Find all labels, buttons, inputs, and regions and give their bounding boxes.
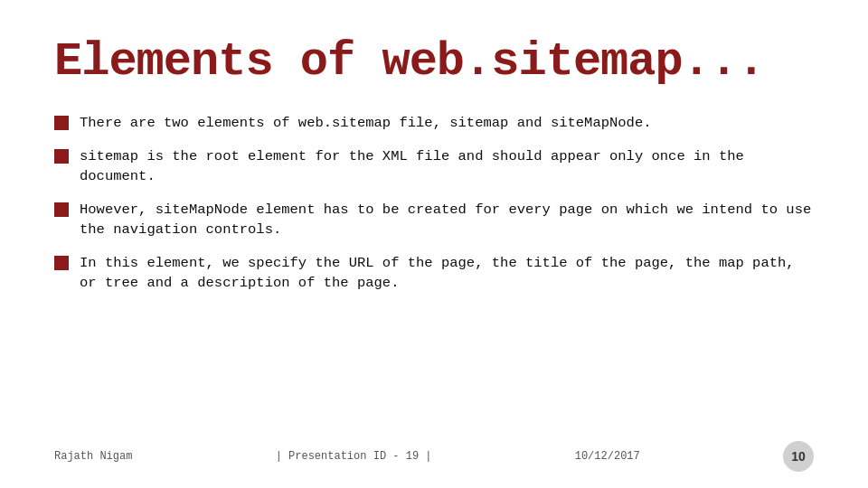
- bullet-item-4: In this element, we specify the URL of t…: [54, 253, 814, 294]
- bullet-text-1: There are two elements of web.sitemap fi…: [80, 113, 814, 133]
- bullet-item-1: There are two elements of web.sitemap fi…: [54, 113, 814, 133]
- bullet-text-4: In this element, we specify the URL of t…: [80, 253, 814, 294]
- bullet-list: There are two elements of web.sitemap fi…: [54, 113, 814, 293]
- bullet-marker-3: [54, 202, 69, 217]
- bullet-text-2: sitemap is the root element for the XML …: [80, 146, 814, 187]
- bullet-marker-1: [54, 116, 69, 130]
- bullet-item-3: However, siteMapNode element has to be c…: [54, 200, 814, 240]
- footer: Rajath Nigam | Presentation ID - 19 | 10…: [0, 441, 868, 472]
- slide: Elements of web.sitemap... There are two…: [0, 0, 868, 488]
- bullet-item-2: sitemap is the root element for the XML …: [54, 146, 814, 187]
- footer-author: Rajath Nigam: [54, 450, 132, 463]
- footer-presentation-id: | Presentation ID - 19 |: [276, 450, 432, 463]
- page-number-badge: 10: [783, 441, 814, 472]
- bullet-text-3: However, siteMapNode element has to be c…: [80, 200, 814, 240]
- slide-title: Elements of web.sitemap...: [54, 36, 814, 88]
- footer-date: 10/12/2017: [575, 450, 640, 463]
- bullet-marker-2: [54, 149, 69, 164]
- bullet-marker-4: [54, 256, 69, 270]
